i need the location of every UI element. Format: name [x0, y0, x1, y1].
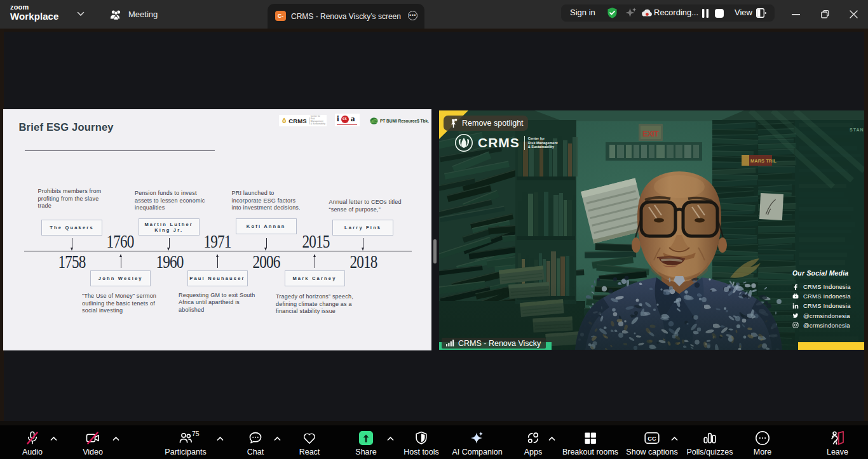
svg-text:CC: CC	[648, 436, 656, 442]
